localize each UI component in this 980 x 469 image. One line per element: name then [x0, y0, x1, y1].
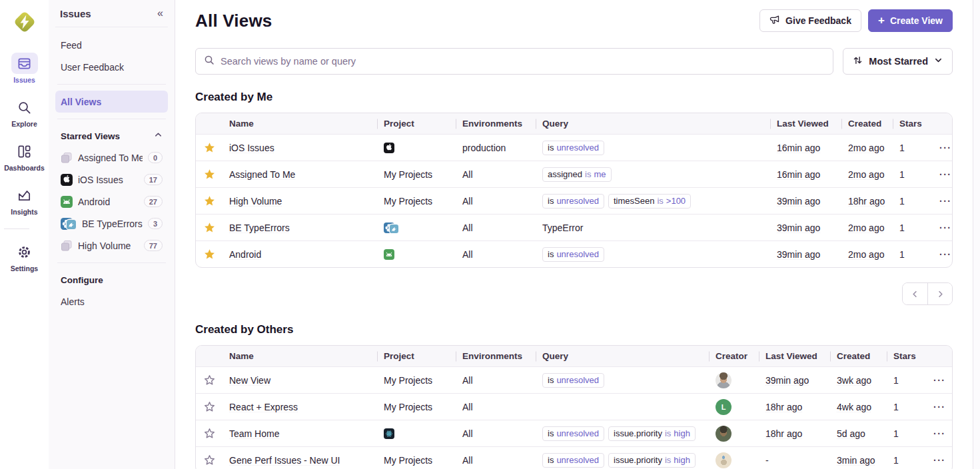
created-cell: 3wk ago — [830, 375, 887, 386]
table-row: Gene Perf Issues - New UIMy ProjectsAlli… — [196, 446, 952, 469]
rail-item-insights[interactable]: Insights — [4, 185, 45, 216]
sort-arrows-icon — [853, 55, 863, 67]
icon-rail: IssuesExploreDashboardsInsightsSettings — [0, 0, 49, 469]
stars-count-cell: 1 — [893, 223, 933, 233]
row-overflow-menu-button[interactable]: ··· — [927, 375, 952, 386]
query-token-val: >100 — [666, 196, 686, 206]
query-token-key: is — [548, 375, 554, 385]
star-filled-icon[interactable] — [196, 222, 223, 233]
row-overflow-menu-button[interactable]: ··· — [933, 223, 952, 233]
last-viewed-text: 16min ago — [777, 143, 820, 153]
project-cell: My Projects — [377, 169, 456, 180]
last-viewed-cell: 16min ago — [770, 169, 841, 180]
rail-item-dashboards[interactable]: Dashboards — [4, 141, 45, 172]
row-overflow-menu-button[interactable]: ··· — [933, 169, 952, 180]
star-outline-icon[interactable] — [196, 454, 223, 466]
query-token-val: high — [674, 455, 690, 465]
issue-count-badge: 3 — [148, 218, 163, 229]
last-viewed-cell: 18hr ago — [759, 428, 830, 439]
view-name-text[interactable]: Team Home — [229, 428, 279, 439]
view-name-text[interactable]: BE TypeErrors — [229, 223, 290, 233]
view-name-text[interactable]: Gene Perf Issues - New UI — [229, 455, 340, 466]
project-cell — [377, 223, 456, 233]
view-name-text[interactable]: Android — [229, 249, 261, 260]
query-token-val: unresolved — [556, 196, 599, 206]
scrollbar[interactable] — [973, 0, 980, 469]
last-viewed-cell: - — [759, 455, 830, 466]
rail-item-settings[interactable]: Settings — [4, 241, 45, 272]
stars-count-cell: 1 — [893, 196, 933, 207]
view-name-link[interactable]: React + Express — [223, 402, 377, 412]
view-name-link[interactable]: BE TypeErrors — [223, 223, 377, 233]
query-token-val: me — [594, 169, 606, 179]
prev-page-button[interactable] — [903, 283, 927, 304]
row-overflow-menu-button[interactable]: ··· — [933, 249, 952, 260]
project-name-text: My Projects — [384, 402, 432, 412]
environments-cell: All — [456, 375, 536, 386]
rail-item-label: Settings — [11, 264, 38, 272]
search-input[interactable] — [221, 56, 825, 67]
view-name-text[interactable]: iOS Issues — [229, 143, 274, 153]
star-outline-icon[interactable] — [196, 374, 223, 386]
sidebar-item-feed[interactable]: Feed — [55, 34, 168, 56]
stars-count-cell: 1 — [887, 455, 927, 466]
star-filled-icon[interactable] — [196, 169, 223, 180]
rail-item-explore[interactable]: Explore — [4, 97, 45, 128]
environments-cell: All — [456, 428, 536, 439]
sort-dropdown[interactable]: Most Starred — [843, 48, 953, 75]
row-overflow-menu-button[interactable]: ··· — [927, 402, 952, 412]
sidebar-item-alerts[interactable]: Alerts — [55, 290, 168, 312]
view-name-link[interactable]: High Volume — [223, 196, 377, 207]
apple-icon — [61, 174, 73, 186]
collapse-sidebar-icon[interactable]: « — [157, 8, 163, 19]
row-overflow-menu-button[interactable]: ··· — [933, 143, 952, 153]
sidebar-item-label: Alerts — [61, 296, 163, 307]
rail-item-issues[interactable]: Issues — [4, 53, 45, 84]
view-name-text[interactable]: Assigned To Me — [229, 169, 295, 180]
star-filled-icon[interactable] — [196, 248, 223, 260]
creator-cell: L — [709, 399, 759, 415]
starred-view-be-typeerrors[interactable]: BE TypeErrors3 — [55, 213, 168, 234]
configure-label: Configure — [61, 275, 103, 285]
starred-view-android[interactable]: Android27 — [55, 191, 168, 213]
sidebar-item-user-feedback[interactable]: User Feedback — [55, 56, 168, 78]
project-name-text: My Projects — [384, 196, 432, 207]
query-cell: isunresolved — [536, 373, 709, 388]
settings-icon — [11, 241, 38, 262]
view-name-link[interactable]: Android — [223, 249, 377, 260]
query-token-val: unresolved — [556, 375, 599, 385]
view-name-text[interactable]: High Volume — [229, 196, 282, 207]
next-page-button[interactable] — [927, 283, 952, 304]
star-outline-icon[interactable] — [196, 401, 223, 412]
app-logo-icon[interactable] — [11, 9, 38, 35]
view-name-text[interactable]: New View — [229, 375, 270, 386]
view-name-text[interactable]: React + Express — [229, 402, 298, 412]
created-cell: 2mo ago — [841, 249, 893, 260]
query-token-val: unresolved — [556, 249, 599, 259]
query-token-key: TypeError — [542, 223, 583, 233]
creator-avatar — [716, 426, 732, 442]
create-view-button[interactable]: + Create View — [868, 9, 953, 32]
query-cell: isunresolvedtimesSeenis>100 — [536, 194, 770, 209]
view-name-link[interactable]: iOS Issues — [223, 143, 377, 153]
starred-views-header[interactable]: Starred Views — [55, 125, 168, 147]
star-filled-icon[interactable] — [196, 195, 223, 207]
view-name-link[interactable]: Assigned To Me — [223, 169, 377, 180]
starred-view-high-volume[interactable]: High Volume77 — [55, 234, 168, 256]
sidebar-item-all-views[interactable]: All Views — [55, 91, 168, 113]
row-overflow-menu-button[interactable]: ··· — [927, 455, 952, 466]
sidebar-divider — [57, 84, 166, 85]
row-overflow-menu-button[interactable]: ··· — [933, 196, 952, 207]
search-views-input[interactable] — [195, 48, 833, 75]
row-overflow-menu-button[interactable]: ··· — [927, 428, 952, 439]
view-name-link[interactable]: New View — [223, 375, 377, 386]
query-token-op: is — [657, 196, 663, 206]
view-name-link[interactable]: Team Home — [223, 428, 377, 439]
project-name-text: My Projects — [384, 169, 432, 180]
view-name-link[interactable]: Gene Perf Issues - New UI — [223, 455, 377, 466]
give-feedback-button[interactable]: Give Feedback — [759, 9, 861, 32]
starred-view-ios-issues[interactable]: iOS Issues17 — [55, 169, 168, 191]
star-filled-icon[interactable] — [196, 142, 223, 153]
star-outline-icon[interactable] — [196, 428, 223, 439]
starred-view-assigned-to-me[interactable]: Assigned To Me0 — [55, 147, 168, 169]
